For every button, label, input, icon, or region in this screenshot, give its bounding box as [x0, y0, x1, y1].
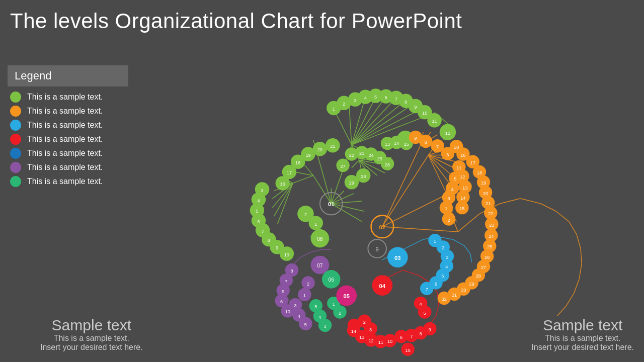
svg-line-65	[579, 264, 582, 279]
node-green-12[interactable]: 12	[440, 124, 456, 140]
node-orange-1-r[interactable]: 1	[440, 201, 453, 214]
node-red-9-r[interactable]: 9	[423, 322, 436, 335]
svg-text:3: 3	[354, 98, 356, 103]
node-red-5-r[interactable]: 5	[418, 305, 431, 318]
legend-item-blue: This is a sample text.	[8, 120, 128, 131]
svg-text:8: 8	[405, 100, 407, 105]
node-green-21[interactable]: 21	[326, 138, 340, 152]
svg-text:3: 3	[294, 303, 297, 308]
svg-text:2: 2	[339, 311, 341, 316]
node-orange-02[interactable]: 02	[371, 215, 393, 238]
svg-text:9: 9	[376, 246, 379, 252]
svg-text:10: 10	[284, 252, 289, 257]
legend-label-orange: This is a sample text.	[27, 107, 103, 116]
node-9-gray[interactable]: 9	[368, 239, 386, 258]
node-red-04[interactable]: 04	[372, 275, 393, 296]
node-green-20[interactable]: 20	[313, 142, 327, 156]
legend-item-orange: This is a sample text.	[8, 106, 128, 117]
node-orange-6[interactable]: 6	[441, 147, 454, 160]
node-orange-15[interactable]: 15	[455, 201, 468, 214]
svg-line-28	[352, 160, 359, 168]
svg-text:15: 15	[406, 348, 411, 353]
bottom-right-callout: Sample text This is a sample text. Inser…	[531, 317, 634, 352]
bottom-left-line2: Insert your desired text here.	[40, 343, 143, 352]
node-orange-22[interactable]: 22	[484, 206, 497, 219]
node-orange-32[interactable]: 32	[438, 292, 451, 305]
svg-text:1: 1	[333, 302, 335, 307]
svg-text:23: 23	[489, 223, 494, 228]
node-teal-06[interactable]: 06	[322, 270, 341, 289]
svg-text:28: 28	[476, 274, 481, 279]
bottom-left-line1: This is a sample text.	[40, 334, 143, 343]
node-teal-2-t[interactable]: 2	[333, 305, 346, 318]
node-green-1-left[interactable]: 1	[309, 216, 323, 230]
svg-line-60	[541, 204, 556, 211]
svg-text:10: 10	[387, 339, 392, 344]
bottom-right-title: Sample text	[531, 317, 634, 334]
node-green-11[interactable]: 11	[427, 113, 441, 127]
svg-text:5: 5	[256, 209, 258, 214]
legend-item-teal: This is a sample text.	[8, 176, 128, 187]
svg-text:13: 13	[385, 142, 390, 147]
node-green-08[interactable]: 08	[311, 229, 330, 248]
svg-line-82	[403, 270, 418, 275]
node-purple-07[interactable]: 07	[311, 256, 330, 275]
svg-text:9: 9	[276, 245, 278, 250]
svg-line-61	[556, 211, 569, 221]
svg-line-66	[574, 279, 579, 293]
svg-text:3: 3	[261, 188, 264, 193]
node-purple-2-p[interactable]: 2	[301, 276, 314, 289]
svg-text:02: 02	[379, 224, 385, 230]
svg-text:26: 26	[485, 255, 490, 260]
node-purple-5[interactable]: 5	[299, 317, 312, 330]
node-teal-3-t[interactable]: 3	[318, 319, 332, 332]
legend-label-green: This is a sample text.	[27, 93, 103, 102]
svg-text:7: 7	[262, 229, 264, 234]
svg-text:19: 19	[305, 153, 310, 158]
org-chart-svg: 01 9 1 2 3 4 5 6	[131, 45, 644, 362]
node-green-29[interactable]: 29	[345, 175, 359, 189]
svg-text:25: 25	[487, 244, 492, 249]
svg-text:4: 4	[451, 187, 454, 192]
svg-text:15: 15	[404, 142, 409, 147]
node-green-26[interactable]: 26	[381, 157, 394, 170]
svg-text:12: 12	[368, 338, 373, 343]
svg-text:16: 16	[460, 153, 465, 158]
svg-text:6: 6	[435, 282, 437, 287]
svg-text:1: 1	[314, 222, 317, 227]
svg-text:8: 8	[425, 140, 427, 145]
node-blue-03[interactable]: 03	[387, 247, 408, 267]
svg-text:07: 07	[317, 263, 323, 268]
node-pink-05[interactable]: 05	[336, 286, 357, 306]
svg-line-75	[408, 239, 423, 247]
node-purple-10[interactable]: 10	[281, 304, 294, 317]
svg-text:4: 4	[257, 198, 260, 203]
node-red-15-r[interactable]: 15	[401, 342, 414, 355]
svg-text:11: 11	[432, 119, 437, 124]
svg-text:10: 10	[422, 111, 427, 116]
svg-text:06: 06	[329, 277, 335, 283]
svg-text:21: 21	[486, 201, 491, 206]
svg-text:16: 16	[280, 182, 285, 187]
svg-text:21: 21	[330, 144, 335, 149]
node-green-27[interactable]: 27	[336, 159, 349, 172]
bottom-left-callout: Sample text This is a sample text. Inser…	[40, 317, 143, 352]
svg-text:4: 4	[318, 315, 321, 320]
svg-text:13: 13	[359, 335, 364, 340]
svg-text:9: 9	[414, 105, 417, 110]
node-blue-7-b[interactable]: 7	[420, 282, 433, 295]
svg-text:01: 01	[328, 201, 334, 207]
node-green-10-col[interactable]: 10	[280, 246, 294, 260]
svg-text:18: 18	[295, 160, 300, 165]
node-orange-2-r[interactable]: 2	[442, 212, 455, 225]
svg-text:29: 29	[349, 180, 354, 186]
chart-area: 01 9 1 2 3 4 5 6	[131, 45, 644, 362]
node-red-14-r[interactable]: 14	[347, 324, 360, 337]
node-orange-8-top[interactable]: 8	[419, 135, 432, 148]
node-purple-1-p[interactable]: 1	[298, 288, 311, 301]
svg-text:8: 8	[290, 268, 293, 274]
legend-dot-green	[10, 92, 21, 103]
bottom-right-line2: Insert your desired text here.	[531, 343, 634, 352]
svg-text:1: 1	[445, 206, 447, 211]
svg-text:2: 2	[304, 212, 307, 217]
